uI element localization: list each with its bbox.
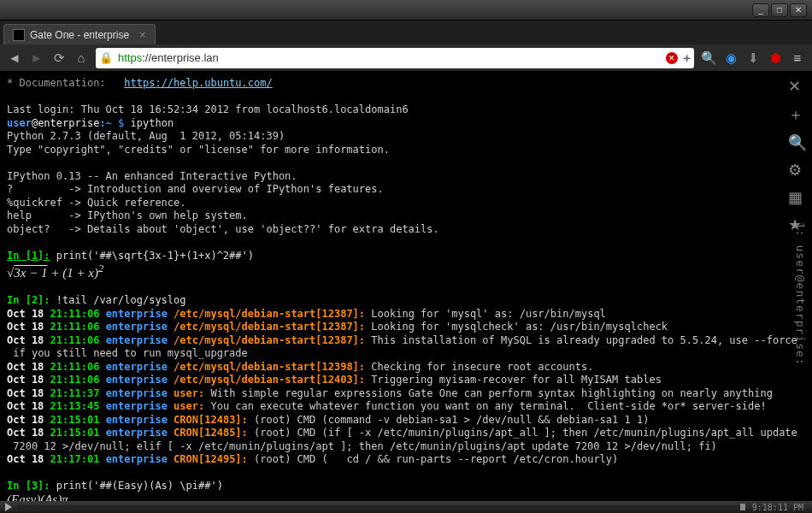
window-titlebar: _ □ ✕ — [0, 0, 812, 21]
terminal-side-label: 1: user@enterprise: — [794, 222, 807, 366]
tab-close-icon[interactable]: × — [139, 28, 146, 41]
terminal-sidebar: ✕ ＋ 🔍 ⚙ ▦ ★ — [788, 77, 807, 234]
close-terminal-icon[interactable]: ✕ — [788, 77, 807, 96]
new-terminal-icon[interactable]: ＋ — [788, 104, 807, 125]
window-close-button[interactable]: ✕ — [790, 3, 807, 17]
window-maximize-button[interactable]: □ — [771, 3, 788, 17]
back-button[interactable]: ◄ — [7, 50, 22, 65]
home-button[interactable]: ⌂ — [74, 50, 89, 65]
browser-tab[interactable]: Gate One - enterprise × — [3, 24, 156, 44]
browser-tabbar: Gate One - enterprise × — [0, 21, 812, 44]
url-bar[interactable]: 🔒 https://enterprise.lan ✕ + — [96, 48, 694, 68]
url-text: https://enterprise.lan — [118, 51, 661, 64]
tab-title: Gate One - enterprise — [30, 29, 129, 41]
extension-icon[interactable]: ◉ — [723, 50, 738, 66]
search-button[interactable]: 🔍 — [701, 50, 716, 66]
reload-button[interactable]: ⟳ — [51, 50, 67, 66]
search-icon[interactable]: 🔍 — [788, 133, 807, 152]
progress-bar[interactable] — [17, 505, 745, 509]
menu-button[interactable]: ≡ — [790, 50, 805, 66]
doc-link[interactable]: https://help.ubuntu.com/ — [124, 77, 272, 89]
window-minimize-button[interactable]: _ — [752, 3, 769, 17]
stop-icon[interactable]: ✕ — [666, 52, 678, 64]
bookmark-add-icon[interactable]: + — [683, 50, 691, 65]
play-icon[interactable] — [5, 503, 12, 511]
status-bar: 9:18:11 PM — [0, 501, 812, 513]
adblock-icon[interactable]: ⬢ — [768, 50, 783, 66]
clock: 9:18:11 PM — [752, 503, 803, 512]
grid-icon[interactable]: ▦ — [788, 188, 807, 207]
browser-navbar: ◄ ► ⟳ ⌂ 🔒 https://enterprise.lan ✕ + 🔍 ◉… — [0, 44, 812, 72]
terminal-area[interactable]: * Documentation: https://help.ubuntu.com… — [0, 72, 812, 501]
downloads-button[interactable]: ⬇ — [745, 50, 761, 66]
forward-button[interactable]: ► — [29, 50, 44, 65]
gear-icon[interactable]: ⚙ — [788, 161, 807, 180]
favicon-icon — [13, 29, 25, 41]
lock-icon: 🔒 — [99, 51, 113, 64]
terminal-output: * Documentation: https://help.ubuntu.com… — [7, 77, 805, 501]
